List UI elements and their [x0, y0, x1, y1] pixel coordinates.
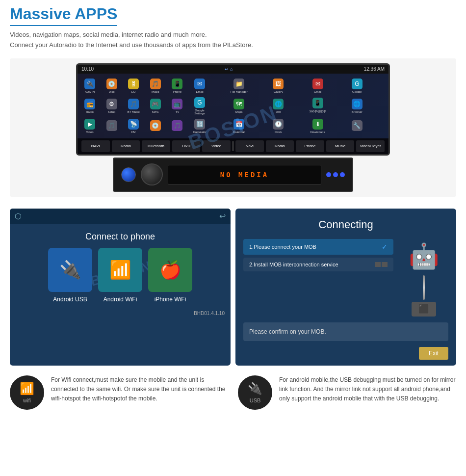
connect-option-android-wifi[interactable]: 📶 Android WiFi: [98, 248, 142, 303]
device-mockup: 10:10 ↩ ⌂ 12:36 AM 🔌AUX IN💿Disc🎛EQ🎵Music…: [66, 63, 400, 192]
app-icon-unnamed[interactable]: 💿: [146, 117, 165, 135]
android-screen: 10:10 ↩ ⌂ 12:36 AM 🔌AUX IN💿Disc🎛EQ🎵Music…: [76, 63, 390, 156]
app-icon-clock[interactable]: 🕐Clock: [269, 117, 287, 135]
step-2-text: 2.Install MOB interconnection service: [249, 262, 338, 267]
screen-bottom-bar: NAVIRadioBluetoothDVDVideoNaviRadioPhone…: [78, 138, 388, 154]
app-grid-left: 🔌AUX IN💿Disc🎛EQ🎵Music📱Phone📻Radio⚙Setup🎵…: [80, 77, 188, 135]
app-icon-bt-music[interactable]: 🎵BT Music: [124, 97, 143, 115]
connect-option-android-usb[interactable]: 🔌 Android USB: [48, 248, 92, 303]
app-icon-unnamed[interactable]: 🔧: [348, 117, 366, 135]
wifi-info: 📶 wifi For Wifi connect,must make sure t…: [10, 375, 228, 410]
app-icon-radio[interactable]: 📻Radio: [80, 97, 99, 115]
usb-connector: ⬛: [412, 302, 436, 317]
wifi-icon-label: wifi: [23, 397, 31, 403]
main-title: Massive APPS: [10, 5, 117, 26]
connect-option-icon: 🔌: [48, 248, 92, 292]
app-icon-fm[interactable]: 📡FM: [124, 117, 143, 135]
nav-item-right-music[interactable]: Music: [326, 140, 355, 152]
app-icon-disc[interactable]: 💿Disc: [103, 77, 121, 95]
app-icon-swc[interactable]: 🎮SWC: [146, 97, 165, 115]
app-icon-gmail[interactable]: ✉Gmail: [309, 77, 327, 95]
app-icon-google-settings[interactable]: GGoogle Settings: [190, 97, 209, 115]
hw-buttons: [326, 172, 345, 177]
statusbar-time-left: 10:10: [81, 66, 94, 72]
connecting-content: 1.Please connect your MOB ✓ 2.Install MO…: [235, 239, 456, 317]
step-1-check: ✓: [382, 243, 388, 251]
nav-item-right-radio[interactable]: Radio: [266, 140, 294, 152]
panel-version: BHD01.4.1.10: [10, 309, 231, 319]
hw-power-knob: [121, 167, 136, 182]
bottom-panels: ⬡ ↩ Connect to phone BOSION 🔌 Android US…: [10, 209, 456, 366]
nav-item-navi[interactable]: NAVI: [81, 140, 110, 152]
connect-panel: ⬡ ↩ Connect to phone BOSION 🔌 Android US…: [10, 209, 231, 366]
statusbar-time-right: 12:36 AM: [364, 66, 385, 72]
hardware-unit: NO MEDIA: [113, 158, 353, 192]
connect-option-label: iPhone WiFi: [155, 296, 186, 303]
app-icon-gallery[interactable]: 🖼Gallery: [269, 77, 287, 95]
app-icon-downloads[interactable]: ⬇Downloads: [309, 117, 327, 135]
app-icon-360[interactable]: 🌐360: [269, 97, 287, 115]
nav-item-right-phone[interactable]: Phone: [296, 140, 324, 152]
usb-icon-symbol: 🔌: [248, 382, 262, 396]
device-section: BOSION 10:10 ↩ ⌂ 12:36 AM 🔌AUX IN💿Disc🎛E…: [10, 58, 456, 197]
nav-item-video[interactable]: Video: [202, 140, 231, 152]
app-icon-eq[interactable]: 🎛EQ: [124, 77, 143, 95]
hw-volume-knob: [141, 163, 163, 185]
connect-option-icon: 🍎: [148, 248, 192, 292]
usb-info-text: For android mobile,the USB debugging mus…: [279, 375, 456, 404]
wifi-icon-symbol: 📶: [20, 382, 34, 396]
exit-button[interactable]: Exit: [419, 347, 448, 360]
wifi-icon-circle: 📶 wifi: [10, 375, 44, 410]
screen-statusbar: 10:10 ↩ ⌂ 12:36 AM: [78, 65, 388, 74]
usb-cable: [423, 275, 425, 300]
app-icon-maps[interactable]: 🗺Maps: [230, 97, 248, 115]
nav-item-dvd[interactable]: DVD: [172, 140, 201, 152]
android-robot: 🤖: [409, 239, 439, 273]
usb-icon-label: USB: [250, 397, 261, 403]
app-icon-360手机助手[interactable]: 📱360手机助手: [309, 97, 327, 115]
nav-item-right-navi[interactable]: Navi: [235, 140, 264, 152]
connect-option-icon: 📶: [98, 248, 142, 292]
panel-header-bar: ⬡ ↩: [10, 209, 231, 224]
app-icon-aux-in[interactable]: 🔌AUX IN: [80, 77, 99, 95]
info-section: 📶 wifi For Wifi connect,must make sure t…: [10, 375, 456, 410]
app-icon-tv[interactable]: 📺TV: [168, 97, 186, 115]
connecting-title: Connecting: [235, 209, 456, 239]
app-icon-email[interactable]: ✉Email: [190, 77, 209, 95]
connect-option-iphone-wifi[interactable]: 🍎 iPhone WiFi: [148, 248, 192, 303]
app-icon-video[interactable]: ▶Video: [80, 117, 99, 135]
step-2: 2.Install MOB interconnection service: [243, 258, 393, 271]
app-icon-browser[interactable]: 🌐Browser: [348, 97, 366, 115]
step-1-text: 1.Please connect your MOB: [249, 244, 316, 250]
panel-back-icon[interactable]: ↩: [219, 212, 226, 221]
connect-panel-title: Connect to phone: [10, 224, 231, 248]
app-icon-calculator[interactable]: 🔢Calculator: [190, 117, 209, 135]
nav-item-radio[interactable]: Radio: [112, 140, 140, 152]
app-icon-google[interactable]: GGoogle: [348, 77, 366, 95]
hw-display: NO MEDIA: [168, 165, 321, 185]
nav-item-bluetooth[interactable]: Bluetooth: [142, 140, 170, 152]
connecting-steps: 1.Please connect your MOB ✓ 2.Install MO…: [243, 239, 393, 274]
connect-options: 🔌 Android USB 📶 Android WiFi 🍎 iPhone Wi…: [10, 248, 231, 309]
confirm-box: Please confirm on your MOB.: [243, 322, 448, 341]
connect-option-label: Android USB: [53, 296, 87, 303]
connect-option-label: Android WiFi: [104, 296, 137, 303]
panel-share-icon[interactable]: ⬡: [15, 212, 22, 221]
app-icon-setup[interactable]: ⚙Setup: [103, 97, 121, 115]
app-icon-phone[interactable]: 📱Phone: [168, 77, 186, 95]
nav-item-right-videoplayer[interactable]: VideoPlayer: [356, 140, 385, 152]
app-grid-right: ✉Email📁File Manager🖼Gallery✉GmailGGoogle…: [190, 77, 386, 135]
app-icon-file-manager[interactable]: 📁File Manager: [230, 77, 248, 95]
step-1: 1.Please connect your MOB ✓: [243, 239, 393, 255]
step-2-progress: [375, 262, 388, 267]
subtitle: Videos, navigation maps, social media, i…: [10, 30, 456, 51]
app-icon-unnamed[interactable]: 🎵: [103, 117, 121, 135]
screen-content: 🔌AUX IN💿Disc🎛EQ🎵Music📱Phone📻Radio⚙Setup🎵…: [78, 74, 388, 138]
connecting-illustration: 🤖 ⬛: [399, 239, 448, 317]
usb-info: 🔌 USB For android mobile,the USB debuggi…: [238, 375, 456, 410]
app-icon-unnamed[interactable]: 🎵: [168, 117, 186, 135]
usb-icon-circle: 🔌 USB: [238, 375, 272, 410]
app-icon-music[interactable]: 🎵Music: [146, 77, 165, 95]
app-icon-calendar[interactable]: 📅Calendar: [230, 117, 248, 135]
wifi-info-text: For Wifi connect,must make sure the mobi…: [51, 375, 228, 404]
